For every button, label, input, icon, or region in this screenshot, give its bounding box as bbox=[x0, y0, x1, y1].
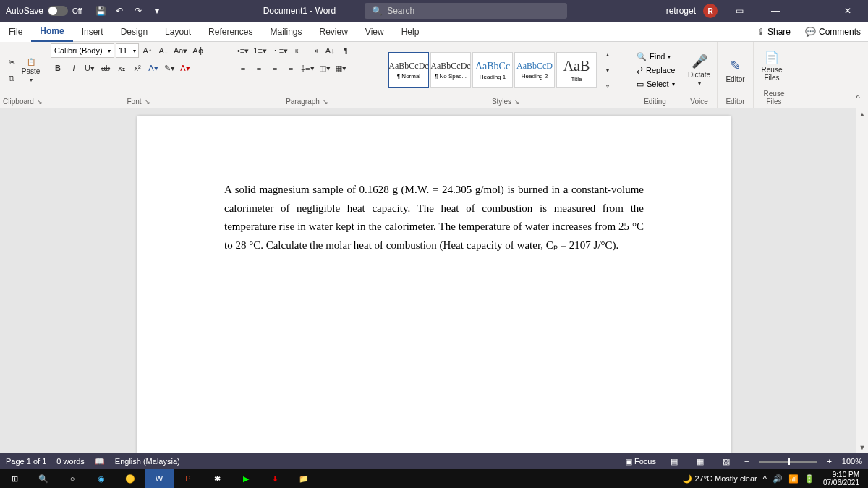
web-layout-button[interactable]: ▨ bbox=[718, 455, 734, 468]
bullets-button[interactable]: •≡▾ bbox=[236, 43, 250, 58]
tab-design[interactable]: Design bbox=[112, 22, 156, 42]
page-indicator[interactable]: Page 1 of 1 bbox=[6, 457, 46, 466]
clear-format-button[interactable]: Aϕ bbox=[190, 43, 205, 58]
text-effects-button[interactable]: A▾ bbox=[146, 61, 161, 75]
tab-view[interactable]: View bbox=[357, 22, 393, 42]
comments-button[interactable]: 💬Comments bbox=[798, 27, 868, 37]
taskbar-acrobat[interactable]: ⬇ bbox=[260, 469, 289, 488]
copy-icon[interactable]: ⧉ bbox=[4, 71, 19, 85]
replace-button[interactable]: ⇄Replace bbox=[634, 64, 678, 77]
word-count[interactable]: 0 words bbox=[56, 457, 85, 466]
justify-button[interactable]: ≡ bbox=[284, 61, 298, 75]
print-layout-button[interactable]: ▦ bbox=[692, 455, 708, 468]
style-nospacing[interactable]: AaBbCcDc¶ No Spac... bbox=[430, 52, 471, 88]
clipboard-launcher[interactable]: ↘ bbox=[37, 98, 43, 106]
scroll-down-button[interactable]: ▼ bbox=[856, 442, 868, 453]
collapse-ribbon-button[interactable]: ^ bbox=[851, 90, 865, 105]
subscript-button[interactable]: x₂ bbox=[114, 61, 129, 75]
borders-button[interactable]: ▦▾ bbox=[333, 61, 348, 75]
zoom-slider[interactable] bbox=[759, 461, 817, 463]
user-avatar[interactable]: R bbox=[703, 4, 718, 18]
taskbar-powerpoint[interactable]: P bbox=[174, 469, 203, 488]
weather-widget[interactable]: 🌙 27°C Mostly clear bbox=[682, 474, 757, 484]
style-normal[interactable]: AaBbCcDc¶ Normal bbox=[388, 52, 429, 88]
paragraph-launcher[interactable]: ↘ bbox=[323, 98, 328, 106]
styles-more-button[interactable]: ▿ bbox=[600, 79, 615, 93]
align-center-button[interactable]: ≡ bbox=[252, 61, 266, 75]
read-mode-button[interactable]: ▤ bbox=[666, 455, 682, 468]
minimize-button[interactable]: — bbox=[761, 0, 790, 22]
font-size-select[interactable]: 11▾ bbox=[116, 43, 139, 58]
superscript-button[interactable]: x² bbox=[130, 61, 145, 75]
vertical-scrollbar[interactable]: ▲ ▼ bbox=[856, 108, 868, 453]
italic-button[interactable]: I bbox=[67, 61, 81, 75]
start-button[interactable]: ⊞ bbox=[0, 469, 29, 488]
tray-battery-icon[interactable]: 🔋 bbox=[804, 474, 814, 484]
taskbar-edge[interactable]: ◉ bbox=[87, 469, 116, 488]
tab-review[interactable]: Review bbox=[310, 22, 356, 42]
sort-button[interactable]: A↓ bbox=[323, 43, 337, 58]
line-spacing-button[interactable]: ‡≡▾ bbox=[299, 61, 316, 75]
font-color-button[interactable]: A▾ bbox=[178, 61, 192, 75]
align-left-button[interactable]: ≡ bbox=[236, 61, 250, 75]
tray-volume-icon[interactable]: 🔊 bbox=[773, 474, 783, 484]
search-input[interactable]: 🔍 Search bbox=[365, 3, 567, 19]
share-button[interactable]: ⇪Share bbox=[750, 27, 798, 37]
style-heading1[interactable]: AaBbCcHeading 1 bbox=[472, 52, 513, 88]
styles-gallery[interactable]: AaBbCcDc¶ Normal AaBbCcDc¶ No Spac... Aa… bbox=[388, 52, 597, 88]
ribbon-display-icon[interactable]: ▭ bbox=[725, 0, 754, 22]
qat-customize[interactable]: ▾ bbox=[148, 2, 166, 20]
style-title[interactable]: AaBTitle bbox=[556, 52, 597, 88]
tab-mailings[interactable]: Mailings bbox=[261, 22, 310, 42]
highlight-button[interactable]: ✎▾ bbox=[162, 61, 176, 75]
reuse-files-button[interactable]: 📄Reuse Files bbox=[758, 46, 786, 87]
decrease-indent-button[interactable]: ⇤ bbox=[291, 43, 305, 58]
styles-down-button[interactable]: ▾ bbox=[600, 63, 615, 77]
change-case-button[interactable]: Aa▾ bbox=[172, 43, 189, 58]
zoom-in-button[interactable]: + bbox=[827, 457, 831, 466]
taskbar-cortana[interactable]: ○ bbox=[58, 469, 87, 488]
font-name-select[interactable]: Calibri (Body)▾ bbox=[51, 43, 114, 58]
document-page[interactable]: A solid magnesium sample of 0.1628 g (M.… bbox=[137, 116, 731, 453]
tab-home[interactable]: Home bbox=[31, 22, 72, 42]
shrink-font-button[interactable]: A↓ bbox=[156, 43, 171, 58]
editor-button[interactable]: ✎Editor bbox=[722, 49, 749, 91]
tab-insert[interactable]: Insert bbox=[73, 22, 112, 42]
grow-font-button[interactable]: A↑ bbox=[140, 43, 155, 58]
show-marks-button[interactable]: ¶ bbox=[339, 43, 353, 58]
multilevel-button[interactable]: ⋮≡▾ bbox=[270, 43, 289, 58]
taskbar-app1[interactable]: ✱ bbox=[203, 469, 231, 488]
maximize-button[interactable]: ◻ bbox=[797, 0, 826, 22]
tray-chevron-icon[interactable]: ^ bbox=[763, 474, 767, 483]
tab-file[interactable]: File bbox=[0, 22, 31, 42]
zoom-level[interactable]: 100% bbox=[842, 457, 862, 466]
styles-launcher[interactable]: ↘ bbox=[514, 98, 520, 106]
focus-mode-button[interactable]: ▣ Focus bbox=[625, 457, 656, 466]
save-button[interactable]: 💾 bbox=[92, 2, 109, 20]
numbering-button[interactable]: 1≡▾ bbox=[252, 43, 268, 58]
taskbar-clock[interactable]: 9:10 PM 07/06/2021 bbox=[820, 471, 862, 487]
taskbar-explorer[interactable]: 📁 bbox=[289, 469, 318, 488]
styles-up-button[interactable]: ▴ bbox=[600, 47, 615, 61]
scroll-up-button[interactable]: ▲ bbox=[856, 108, 868, 120]
autosave-toggle[interactable] bbox=[48, 6, 68, 16]
close-button[interactable]: ✕ bbox=[833, 0, 862, 22]
taskbar-chrome[interactable]: 🟡 bbox=[116, 469, 145, 488]
taskbar-media[interactable]: ▶ bbox=[231, 469, 260, 488]
underline-button[interactable]: U▾ bbox=[82, 61, 97, 75]
redo-button[interactable]: ↷ bbox=[129, 2, 147, 20]
align-right-button[interactable]: ≡ bbox=[268, 61, 282, 75]
tab-help[interactable]: Help bbox=[393, 22, 428, 42]
language-indicator[interactable]: English (Malaysia) bbox=[115, 457, 180, 466]
increase-indent-button[interactable]: ⇥ bbox=[307, 43, 321, 58]
undo-button[interactable]: ↶ bbox=[111, 2, 128, 20]
document-text[interactable]: A solid magnesium sample of 0.1628 g (M.… bbox=[224, 181, 644, 254]
spellcheck-icon[interactable]: 📖 bbox=[95, 457, 105, 466]
paste-button[interactable]: 📋 Paste ▾ bbox=[20, 49, 41, 91]
find-button[interactable]: 🔍Find▾ bbox=[634, 50, 678, 63]
dictate-button[interactable]: 🎤Dictate▾ bbox=[686, 49, 712, 91]
tray-wifi-icon[interactable]: 📶 bbox=[788, 474, 799, 484]
bold-button[interactable]: B bbox=[51, 61, 65, 75]
strike-button[interactable]: ab bbox=[98, 61, 113, 75]
shading-button[interactable]: ◫▾ bbox=[318, 61, 332, 75]
